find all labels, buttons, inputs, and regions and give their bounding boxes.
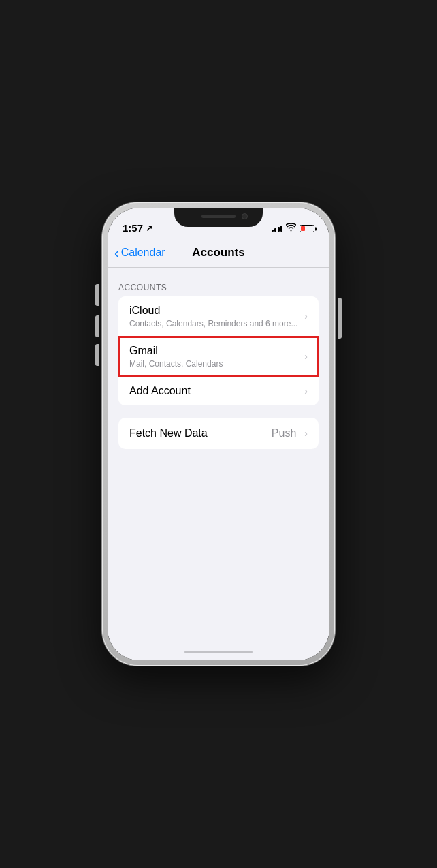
fetch-new-data-label: Fetch New Data xyxy=(129,427,208,439)
add-account-chevron-icon: › xyxy=(304,386,308,397)
gmail-chevron-icon: › xyxy=(304,351,308,362)
icloud-subtitle: Contacts, Calendars, Reminders and 6 mor… xyxy=(129,319,299,328)
phone-device: 1:57 ↗ xyxy=(102,202,335,666)
icloud-chevron-icon: › xyxy=(304,311,308,322)
back-button-label: Calendar xyxy=(121,247,165,259)
gmail-content: Gmail Mail, Contacts, Calendars xyxy=(129,344,299,369)
signal-icon xyxy=(272,226,283,232)
home-bar xyxy=(184,651,253,653)
fetch-new-data-row[interactable]: Fetch New Data Push › xyxy=(118,418,319,449)
content-area: ACCOUNTS iCloud Contacts, Calendars, Rem… xyxy=(108,268,329,644)
accounts-list: iCloud Contacts, Calendars, Reminders an… xyxy=(118,296,319,405)
speaker xyxy=(201,215,236,218)
phone-notch xyxy=(174,208,263,227)
page-title: Accounts xyxy=(192,246,244,260)
icloud-content: iCloud Contacts, Calendars, Reminders an… xyxy=(129,304,299,328)
gmail-subtitle: Mail, Contacts, Calendars xyxy=(129,359,299,369)
back-chevron-icon: ‹ xyxy=(114,246,119,260)
back-button[interactable]: ‹ Calendar xyxy=(114,246,165,260)
status-time: 1:57 ↗ xyxy=(123,222,152,234)
icloud-row[interactable]: iCloud Contacts, Calendars, Reminders an… xyxy=(118,296,319,337)
location-icon: ↗ xyxy=(146,223,152,233)
gmail-row[interactable]: Gmail Mail, Contacts, Calendars › xyxy=(118,337,319,377)
fetch-new-data-group: Fetch New Data Push › xyxy=(118,418,319,449)
navigation-bar: ‹ Calendar Accounts xyxy=(108,238,329,268)
camera xyxy=(242,213,248,219)
add-account-title: Add Account xyxy=(129,384,299,399)
accounts-section-label: ACCOUNTS xyxy=(108,283,329,292)
fetch-value-container: Push › xyxy=(272,427,308,439)
add-account-content: Add Account xyxy=(129,384,299,399)
fetch-chevron-icon: › xyxy=(304,428,308,439)
battery-icon xyxy=(300,225,314,232)
wifi-icon xyxy=(286,223,296,234)
home-indicator xyxy=(108,644,329,660)
fetch-new-data-value: Push xyxy=(272,427,296,439)
icloud-title: iCloud xyxy=(129,304,299,318)
add-account-row[interactable]: Add Account › xyxy=(118,377,319,406)
gmail-title: Gmail xyxy=(129,344,299,358)
time-display: 1:57 xyxy=(123,222,143,234)
status-icons xyxy=(272,223,315,234)
